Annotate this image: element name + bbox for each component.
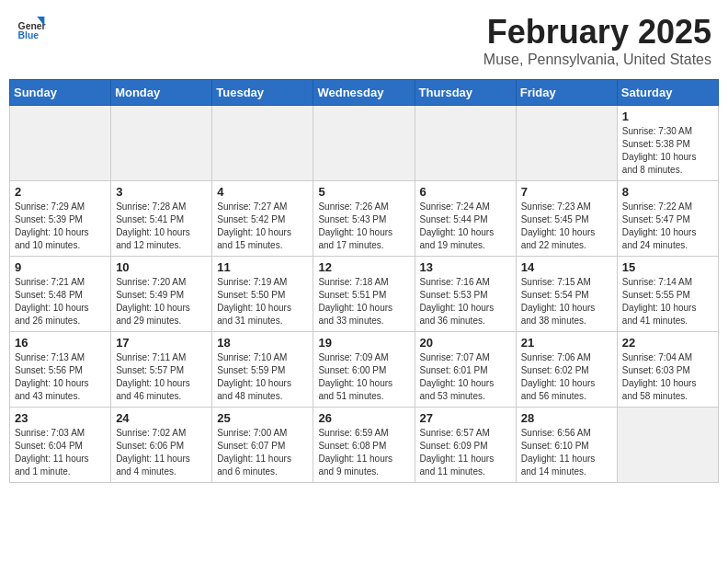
table-row: 13Sunrise: 7:16 AM Sunset: 5:53 PM Dayli… (415, 257, 516, 332)
day-info: Sunrise: 7:13 AM Sunset: 5:56 PM Dayligh… (15, 351, 106, 403)
day-number: 15 (622, 260, 713, 274)
day-info: Sunrise: 7:19 AM Sunset: 5:50 PM Dayligh… (217, 276, 308, 327)
day-number: 28 (521, 411, 612, 425)
day-info: Sunrise: 6:56 AM Sunset: 6:10 PM Dayligh… (521, 427, 612, 478)
day-number: 8 (622, 185, 713, 199)
day-number: 22 (622, 336, 713, 350)
calendar-week-row: 2Sunrise: 7:29 AM Sunset: 5:39 PM Daylig… (10, 181, 719, 257)
day-info: Sunrise: 7:18 AM Sunset: 5:51 PM Dayligh… (318, 276, 409, 327)
day-number: 23 (15, 411, 106, 425)
page-header: General Blue February 2025 Muse, Pennsyl… (9, 9, 719, 72)
table-row: 28Sunrise: 6:56 AM Sunset: 6:10 PM Dayli… (516, 408, 617, 483)
table-row: 2Sunrise: 7:29 AM Sunset: 5:39 PM Daylig… (10, 181, 111, 257)
day-info: Sunrise: 7:26 AM Sunset: 5:43 PM Dayligh… (318, 201, 409, 252)
day-number: 9 (15, 260, 106, 274)
table-row: 5Sunrise: 7:26 AM Sunset: 5:43 PM Daylig… (313, 181, 415, 257)
day-number: 19 (318, 336, 409, 350)
day-number: 16 (15, 336, 106, 350)
col-monday: Monday (111, 80, 212, 106)
day-info: Sunrise: 7:09 AM Sunset: 6:00 PM Dayligh… (318, 351, 409, 403)
table-row (111, 106, 212, 181)
table-row: 10Sunrise: 7:20 AM Sunset: 5:49 PM Dayli… (111, 257, 212, 332)
day-number: 21 (521, 336, 612, 350)
col-tuesday: Tuesday (212, 80, 313, 106)
day-info: Sunrise: 6:59 AM Sunset: 6:08 PM Dayligh… (318, 427, 409, 478)
day-number: 1 (622, 109, 713, 123)
day-number: 10 (116, 260, 207, 274)
table-row: 12Sunrise: 7:18 AM Sunset: 5:51 PM Dayli… (313, 257, 415, 332)
table-row: 25Sunrise: 7:00 AM Sunset: 6:07 PM Dayli… (212, 408, 313, 483)
calendar-table: Sunday Monday Tuesday Wednesday Thursday… (9, 79, 719, 483)
day-info: Sunrise: 7:11 AM Sunset: 5:57 PM Dayligh… (116, 351, 207, 403)
day-info: Sunrise: 7:14 AM Sunset: 5:55 PM Dayligh… (622, 276, 713, 327)
col-sunday: Sunday (10, 80, 111, 106)
day-number: 5 (318, 185, 409, 199)
day-number: 2 (15, 185, 106, 199)
table-row: 17Sunrise: 7:11 AM Sunset: 5:57 PM Dayli… (111, 332, 212, 408)
day-info: Sunrise: 7:24 AM Sunset: 5:44 PM Dayligh… (420, 201, 511, 252)
table-row (10, 106, 111, 181)
day-info: Sunrise: 7:30 AM Sunset: 5:38 PM Dayligh… (622, 125, 713, 177)
day-info: Sunrise: 7:29 AM Sunset: 5:39 PM Dayligh… (15, 201, 106, 252)
day-number: 6 (420, 185, 511, 199)
svg-text:Blue: Blue (18, 30, 40, 40)
table-row: 27Sunrise: 6:57 AM Sunset: 6:09 PM Dayli… (415, 408, 516, 483)
day-info: Sunrise: 7:16 AM Sunset: 5:53 PM Dayligh… (420, 276, 511, 327)
day-number: 17 (116, 336, 207, 350)
logo-icon: General Blue (17, 13, 46, 42)
day-info: Sunrise: 7:23 AM Sunset: 5:45 PM Dayligh… (521, 201, 612, 252)
table-row: 22Sunrise: 7:04 AM Sunset: 6:03 PM Dayli… (617, 332, 718, 408)
table-row: 24Sunrise: 7:02 AM Sunset: 6:06 PM Dayli… (111, 408, 212, 483)
day-info: Sunrise: 7:07 AM Sunset: 6:01 PM Dayligh… (420, 351, 511, 403)
calendar-week-row: 23Sunrise: 7:03 AM Sunset: 6:04 PM Dayli… (10, 408, 719, 483)
day-info: Sunrise: 7:15 AM Sunset: 5:54 PM Dayligh… (521, 276, 612, 327)
table-row: 14Sunrise: 7:15 AM Sunset: 5:54 PM Dayli… (516, 257, 617, 332)
day-info: Sunrise: 7:00 AM Sunset: 6:07 PM Dayligh… (217, 427, 308, 478)
calendar-week-row: 1Sunrise: 7:30 AM Sunset: 5:38 PM Daylig… (10, 106, 719, 181)
table-row: 18Sunrise: 7:10 AM Sunset: 5:59 PM Dayli… (212, 332, 313, 408)
table-row: 11Sunrise: 7:19 AM Sunset: 5:50 PM Dayli… (212, 257, 313, 332)
day-number: 3 (116, 185, 207, 199)
logo: General Blue (17, 13, 50, 42)
col-saturday: Saturday (617, 80, 718, 106)
table-row (313, 106, 415, 181)
table-row: 16Sunrise: 7:13 AM Sunset: 5:56 PM Dayli… (10, 332, 111, 408)
day-number: 12 (318, 260, 409, 274)
table-row: 20Sunrise: 7:07 AM Sunset: 6:01 PM Dayli… (415, 332, 516, 408)
location-subtitle: Muse, Pennsylvania, United States (483, 52, 711, 68)
day-number: 11 (217, 260, 308, 274)
table-row (212, 106, 313, 181)
table-row: 19Sunrise: 7:09 AM Sunset: 6:00 PM Dayli… (313, 332, 415, 408)
day-info: Sunrise: 6:57 AM Sunset: 6:09 PM Dayligh… (420, 427, 511, 478)
calendar-header-row: Sunday Monday Tuesday Wednesday Thursday… (10, 80, 719, 106)
day-number: 25 (217, 411, 308, 425)
calendar-week-row: 16Sunrise: 7:13 AM Sunset: 5:56 PM Dayli… (10, 332, 719, 408)
day-info: Sunrise: 7:27 AM Sunset: 5:42 PM Dayligh… (217, 201, 308, 252)
table-row: 23Sunrise: 7:03 AM Sunset: 6:04 PM Dayli… (10, 408, 111, 483)
col-thursday: Thursday (415, 80, 516, 106)
day-number: 13 (420, 260, 511, 274)
day-number: 7 (521, 185, 612, 199)
table-row: 7Sunrise: 7:23 AM Sunset: 5:45 PM Daylig… (516, 181, 617, 257)
day-number: 18 (217, 336, 308, 350)
table-row: 1Sunrise: 7:30 AM Sunset: 5:38 PM Daylig… (617, 106, 718, 181)
day-info: Sunrise: 7:02 AM Sunset: 6:06 PM Dayligh… (116, 427, 207, 478)
day-info: Sunrise: 7:21 AM Sunset: 5:48 PM Dayligh… (15, 276, 106, 327)
table-row: 8Sunrise: 7:22 AM Sunset: 5:47 PM Daylig… (617, 181, 718, 257)
day-number: 4 (217, 185, 308, 199)
day-info: Sunrise: 7:28 AM Sunset: 5:41 PM Dayligh… (116, 201, 207, 252)
day-number: 26 (318, 411, 409, 425)
day-info: Sunrise: 7:03 AM Sunset: 6:04 PM Dayligh… (15, 427, 106, 478)
month-title: February 2025 (483, 13, 711, 52)
day-info: Sunrise: 7:22 AM Sunset: 5:47 PM Dayligh… (622, 201, 713, 252)
table-row: 15Sunrise: 7:14 AM Sunset: 5:55 PM Dayli… (617, 257, 718, 332)
day-info: Sunrise: 7:10 AM Sunset: 5:59 PM Dayligh… (217, 351, 308, 403)
table-row: 21Sunrise: 7:06 AM Sunset: 6:02 PM Dayli… (516, 332, 617, 408)
table-row: 26Sunrise: 6:59 AM Sunset: 6:08 PM Dayli… (313, 408, 415, 483)
calendar-week-row: 9Sunrise: 7:21 AM Sunset: 5:48 PM Daylig… (10, 257, 719, 332)
table-row: 3Sunrise: 7:28 AM Sunset: 5:41 PM Daylig… (111, 181, 212, 257)
table-row (516, 106, 617, 181)
day-info: Sunrise: 7:20 AM Sunset: 5:49 PM Dayligh… (116, 276, 207, 327)
table-row (415, 106, 516, 181)
table-row: 9Sunrise: 7:21 AM Sunset: 5:48 PM Daylig… (10, 257, 111, 332)
